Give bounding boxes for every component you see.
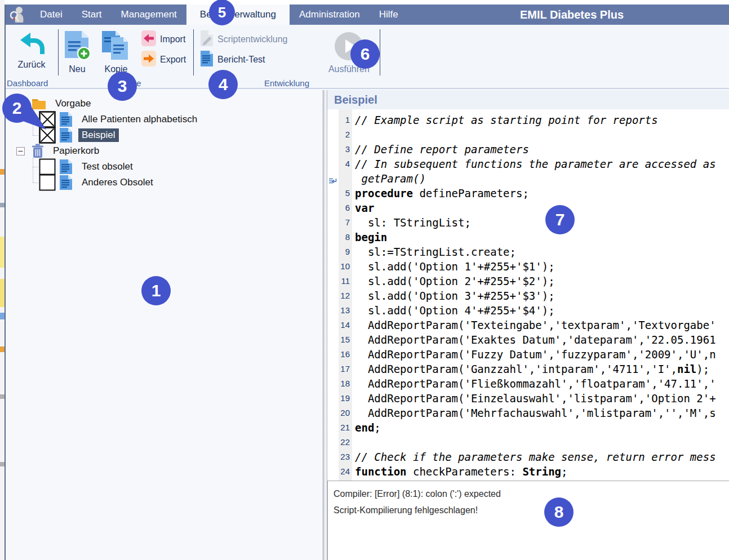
menu-item-management[interactable]: Management [112, 5, 186, 25]
line-number: 6 [327, 201, 352, 215]
line-number: 22 [327, 435, 352, 450]
tree-item-label: Test obsolet [78, 160, 136, 174]
code-text: function checkParameters: String; [352, 464, 568, 479]
import-label: Import [160, 34, 185, 45]
callout-1: 1 [141, 276, 171, 305]
checkbox-unchecked-icon[interactable] [39, 174, 56, 191]
back-arrow-icon [19, 30, 45, 59]
kopie-button[interactable]: Kopie [96, 25, 136, 74]
callout-3: 3 [108, 72, 137, 101]
code-line: 10 sl.add('Option 1'+#255+'$1'); [327, 259, 729, 274]
line-number: 2 [327, 127, 352, 142]
bericht-test-button[interactable]: Bericht-Test [199, 50, 312, 70]
code-line: 16 AddReportParam('Fuzzy Datum','fuzzypa… [327, 347, 729, 362]
code-line: 23// Check if the parameters make sense,… [327, 450, 729, 464]
code-line: 9 sl:=TStringList.create; [327, 245, 729, 259]
code-text: getParam() [352, 171, 426, 186]
code-line: 14 AddReportParam('Texteingabe','textpar… [327, 318, 729, 332]
code-line: 6var [327, 201, 729, 215]
code-line: 20 AddReportParam('Mehrfachauswahl','mli… [327, 406, 729, 420]
code-line: 1// Example script as starting point for… [327, 113, 729, 127]
code-text: sl.add('Option 1'+#255+'$1'); [352, 259, 555, 274]
zurueck-button[interactable]: Zurück [6, 25, 57, 70]
line-number: 7 [327, 215, 352, 230]
tree-item-vorgabe[interactable]: Vorgabe [7, 96, 320, 112]
code-text: var [352, 201, 374, 215]
scriptentwicklung-button[interactable]: Scriptentwicklung [199, 29, 312, 50]
neu-button[interactable]: Neu [59, 25, 96, 74]
code-line: 17 AddReportParam('Ganzzahl','intparam',… [327, 362, 729, 376]
menu-item-administration[interactable]: Administration [290, 5, 370, 25]
callout-2: 2 [2, 94, 50, 136]
code-line: 3// Define report parameters [327, 142, 729, 157]
code-line: 4// In subsequent functions the paramete… [327, 157, 729, 171]
compiler-message: Script-Kompilierung fehlgeschlagen! [334, 502, 729, 518]
line-number: 21 [327, 420, 352, 435]
line-number: 4 [327, 157, 352, 171]
doc-icon [59, 175, 73, 190]
tree-item-alle-patienten-alphabetisch[interactable]: Alle Patienten alphabetisch [7, 112, 320, 127]
line-number: 23 [327, 450, 352, 464]
script-editor-pane: Beispiel 1// Example script as starting … [327, 90, 729, 560]
code-line: 7 sl: TStringList; [327, 215, 729, 230]
tree-item-label: Vorgabe [52, 97, 94, 110]
code-text: begin [352, 230, 387, 245]
line-number: 8 [327, 230, 352, 245]
app-title: EMIL Diabetes Plus [496, 5, 648, 25]
line-number: 9 [327, 245, 352, 259]
callout-4: 4 [208, 70, 238, 99]
background-window-sliver [0, 0, 5, 560]
report-tree-pane[interactable]: VorgabeAlle Patienten alphabetischBeispi… [7, 90, 320, 560]
tree-connector [33, 158, 33, 183]
group-label-dashboard: Dashboard [6, 78, 57, 88]
trash-icon [32, 144, 44, 158]
document-report-icon [199, 50, 214, 69]
code-text: sl: TStringList; [352, 215, 471, 230]
tree-connector [33, 167, 38, 167]
code-line: 2 [327, 127, 729, 142]
screenshot-page: Datei Start Management Berichtverwaltung… [0, 0, 729, 560]
tree-item-test-obsolet[interactable]: Test obsolet [7, 159, 320, 175]
menu-item-datei[interactable]: Datei [30, 5, 72, 25]
line-number: 5 [327, 186, 352, 201]
code-line: 18 AddReportParam('Fließkommazahl','floa… [327, 376, 729, 391]
code-line: 19 AddReportParam('Einzelauswahl','listp… [327, 391, 729, 406]
pane-splitter[interactable] [320, 90, 327, 560]
code-editor[interactable]: 1// Example script as starting point for… [327, 109, 729, 481]
code-line: 22 [327, 435, 729, 450]
wrap-line-icon [327, 171, 352, 186]
tree-item-papierkorb[interactable]: Papierkorb [7, 143, 320, 159]
line-number: 13 [327, 303, 352, 318]
line-number: 18 [327, 376, 352, 391]
compiler-output-panel: Compiler: [Error] (8:1): colon (':') exp… [327, 481, 729, 560]
app-logo-icon [6, 5, 30, 25]
export-button[interactable]: Export [141, 50, 186, 70]
line-number: 12 [327, 288, 352, 303]
export-label: Export [160, 55, 186, 65]
callout-7: 7 [545, 205, 575, 234]
menu-item-hilfe[interactable]: Hilfe [370, 5, 408, 25]
checkbox-unchecked-icon[interactable] [39, 158, 56, 175]
scriptentwicklung-label: Scriptentwicklung [217, 34, 288, 45]
tree-item-beispiel[interactable]: Beispiel [7, 127, 320, 143]
expander-minus-icon[interactable] [15, 147, 26, 155]
editor-title: Beispiel [327, 94, 377, 106]
line-number: 24 [327, 464, 352, 479]
tree-item-label: Papierkorb [50, 144, 103, 158]
code-line: 21end; [327, 420, 729, 435]
import-button[interactable]: Import [141, 29, 186, 50]
code-text: AddReportParam('Mehrfachauswahl','mlistp… [352, 406, 716, 420]
code-text: AddReportParam('Fließkommazahl','floatpa… [352, 376, 716, 391]
tree-item-anderes-obsolet[interactable]: Anderes Obsolet [7, 175, 320, 190]
bericht-test-label: Bericht-Test [217, 55, 265, 65]
code-text: end; [352, 420, 381, 435]
ribbon-group-dashboard: Zurück Dashboard [6, 25, 57, 89]
tab-berichtverwaltung[interactable]: Berichtverwaltung [186, 5, 290, 25]
line-number: 16 [327, 347, 352, 362]
code-line: 5procedure defineParameters; [327, 186, 729, 201]
tree-connector [33, 183, 38, 183]
tree-item-label: Beispiel [78, 128, 119, 142]
arrow-left-import-icon [141, 30, 157, 49]
menu-item-start[interactable]: Start [72, 5, 112, 25]
neu-label: Neu [69, 64, 85, 74]
